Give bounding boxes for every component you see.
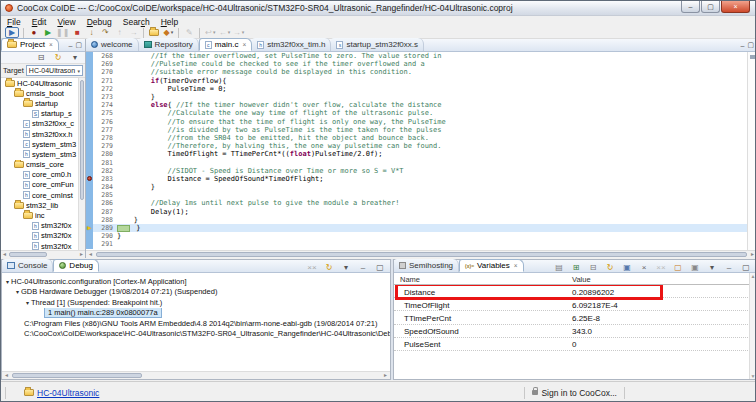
code-line-284[interactable]: 284 } — [86, 183, 747, 191]
collapse-all-icon[interactable]: ⊟ — [587, 262, 599, 273]
code-line-287[interactable]: 287 Delay(1); — [86, 208, 747, 216]
code-line-288[interactable]: 288 } — [86, 216, 747, 224]
stop-icon[interactable]: ■ — [71, 27, 83, 38]
relaunch-icon[interactable]: ↻ — [323, 262, 335, 273]
tree-item-stm32f0xx-h[interactable]: hstm32f0xx.h — [1, 129, 85, 139]
menu-help[interactable]: Help — [161, 17, 178, 27]
debug-tree-row-0[interactable]: ▾HC-04Ultrasonic.configuration [Cortex-M… — [2, 276, 390, 287]
tree-item-system-stm3[interactable]: hsystem_stm3 — [1, 149, 85, 159]
step-into-icon[interactable]: ↓ — [85, 27, 97, 38]
step-over-icon[interactable]: ↷ — [99, 27, 111, 38]
download-to-flash-icon[interactable]: ◆▾ — [162, 27, 174, 38]
format-icon[interactable]: ▣ — [621, 262, 633, 273]
editor-hscrollbar[interactable]: ◄ ► — [86, 250, 756, 258]
close-button[interactable]: × — [721, 1, 750, 13]
code-line-281[interactable]: 281 — [86, 158, 747, 166]
expander-icon[interactable]: ▾ — [6, 278, 9, 285]
debug-hscrollbar[interactable]: ◄ ► — [2, 371, 390, 379]
variable-row-ttimepercnt[interactable]: TTimePerCnt6.25E-8 — [394, 311, 756, 324]
resume-icon[interactable]: ▶ — [42, 27, 54, 38]
code-line-291[interactable]: 291 — [86, 240, 747, 248]
show-columns-icon[interactable]: ▤ — [553, 262, 565, 273]
tree-item-inc[interactable]: inc — [1, 210, 85, 220]
variable-row-distance[interactable]: Distance0.20896202 — [394, 285, 756, 298]
tree-item-startup[interactable]: startup — [1, 98, 85, 108]
variable-row-timeofflight[interactable]: TimeOfFlight6.092187E-4 — [394, 298, 756, 311]
remove-all-icon[interactable]: ×× — [655, 262, 667, 273]
maximize-panel-icon[interactable]: ▢ — [374, 262, 386, 273]
variables-vscrollbar[interactable]: ▲▼ — [749, 273, 756, 379]
new-view-icon[interactable]: ▢ — [672, 262, 684, 273]
tree-item-core-cminst[interactable]: hcore_cmInst — [1, 190, 85, 200]
editor-tab-stm32f0xx-tim-h[interactable]: hstm32f0xx_tim.h — [252, 38, 331, 51]
code-line-280[interactable]: 280 TimeOfFlight = TTimePerCnt*((float)P… — [86, 150, 747, 158]
code-line-279[interactable]: 279 //Therefore, by halving this, the on… — [86, 142, 747, 150]
code-line-269[interactable]: 269 //PulseTime could be checked to see … — [86, 60, 747, 68]
breakpoint-icon[interactable] — [87, 176, 92, 181]
minimize-panel-icon[interactable]: – — [723, 262, 735, 273]
view-menu-icon[interactable]: ▾ — [706, 262, 718, 273]
project-tree-hscrollbar[interactable]: ◄ ► — [1, 250, 85, 258]
debug-icon[interactable]: ● — [28, 27, 40, 38]
minimize-panel-icon[interactable]: – — [357, 262, 369, 273]
minimize-panel-icon[interactable]: – — [740, 42, 744, 49]
variable-row-pulsesent[interactable]: PulseSent0 — [394, 338, 756, 351]
tree-item-stm32f0xx-c[interactable]: cstm32f0xx_c — [1, 119, 85, 129]
code-line-275[interactable]: 275 //Calculate the one way time of flig… — [86, 109, 747, 117]
tree-item-stm32f0x[interactable]: hstm32f0x — [1, 221, 85, 231]
minimize-button[interactable]: – — [681, 1, 700, 13]
tree-item-cmsis-core[interactable]: cmsis_core — [1, 160, 85, 170]
variables-tab-semihosting[interactable]: Semihosting — [394, 259, 459, 272]
close-tab-icon[interactable]: × — [49, 41, 53, 48]
open-folder-icon[interactable] — [148, 27, 160, 38]
maximize-button[interactable]: ▢ — [701, 1, 720, 13]
code-line-278[interactable]: 278 //from the SR04 to be emitted, hit t… — [86, 134, 747, 142]
tree-item-startup-s[interactable]: Sstartup_s — [1, 109, 85, 119]
expander-icon[interactable]: ▾ — [16, 288, 19, 295]
code-line-274[interactable]: 274 else{ //If the timer however didn't … — [86, 101, 747, 109]
collapse-all-icon[interactable]: ⊟ — [35, 52, 47, 63]
remove-icon[interactable]: × — [638, 262, 650, 273]
tree-item-stm32-lib[interactable]: stm32_lib — [1, 200, 85, 210]
minimize-panel-icon[interactable]: – — [68, 42, 72, 49]
code-line-276[interactable]: 276 //To ensure that the time of flight … — [86, 118, 747, 126]
project-tree-vscrollbar[interactable] — [78, 78, 85, 250]
menu-search[interactable]: Search — [123, 17, 150, 27]
tree-item-core-cmfun[interactable]: hcore_cmFun — [1, 180, 85, 190]
code-line-277[interactable]: 277 //is divided by two as PulseTime is … — [86, 126, 747, 134]
debug-tree-row-3[interactable]: 1 main() main.c:289 0x0800077a — [2, 308, 390, 319]
code-line-285[interactable]: 285 — [86, 191, 747, 199]
view-menu-icon[interactable]: ▾ — [340, 262, 352, 273]
tree-item-core-cm0-h[interactable]: hcore_cm0.h — [1, 170, 85, 180]
tree-item-stm32f0x[interactable]: hstm32f0x — [1, 231, 85, 241]
refresh-icon[interactable]: ↻ — [604, 262, 616, 273]
debug-tab-debug[interactable]: Debug — [53, 259, 99, 272]
maximize-panel-icon[interactable]: ▢ — [75, 41, 82, 49]
maximize-panel-icon[interactable]: ▢ — [747, 41, 754, 49]
code-line-268[interactable]: 268 //If the timer overflowed, set Pulse… — [86, 52, 747, 60]
overview-ruler[interactable] — [747, 52, 756, 250]
tree-item-hc-04ultrasonic[interactable]: HC-04Ultrasonic — [1, 78, 85, 88]
menu-file[interactable]: File — [7, 17, 21, 27]
refresh-icon[interactable]: ↻ — [52, 52, 64, 63]
add-variable-icon[interactable]: ⊞ — [570, 262, 582, 273]
editor-tab-repository[interactable]: Repository — [139, 38, 199, 51]
code-line-282[interactable]: 282 //SIDOT - Speed is Distance over Tim… — [86, 167, 747, 175]
menu-debug[interactable]: Debug — [87, 17, 112, 27]
debug-tree-row-4[interactable]: C:\Program Files (x86)\GNU Tools ARM Emb… — [2, 318, 390, 329]
tree-item-system-stm3[interactable]: csystem_stm3 — [1, 139, 85, 149]
debug-tree-row-5[interactable]: C:\CooCox\CoIDE\workspace\HC-04Ultrasoni… — [2, 329, 390, 340]
close-tab-icon[interactable]: × — [514, 262, 518, 269]
code-line-273[interactable]: 273 } — [86, 93, 747, 101]
code-line-283[interactable]: 283 Distance = SpeedOfSound*TimeOfFlight… — [86, 175, 747, 183]
code-line-286[interactable]: 286 //Delay 1ms until next pulse to give… — [86, 199, 747, 207]
tree-item-stm32f0x[interactable]: hstm32f0x — [1, 241, 85, 250]
menu-view[interactable]: View — [57, 17, 75, 27]
debug-tab-console[interactable]: Console — [2, 259, 53, 272]
editor-tab-startup-stm32f0xx-s[interactable]: sstartup_stm32f0xx.s — [331, 38, 424, 51]
code-line-271[interactable]: 271 if(TimerOverflow){ — [86, 77, 747, 85]
open-view-icon[interactable]: ▣ — [689, 262, 701, 273]
variables-tab-variables[interactable]: (x)=Variables× — [459, 259, 524, 272]
code-line-290[interactable]: 290} — [86, 232, 747, 240]
maximize-panel-icon[interactable]: ▢ — [740, 262, 752, 273]
